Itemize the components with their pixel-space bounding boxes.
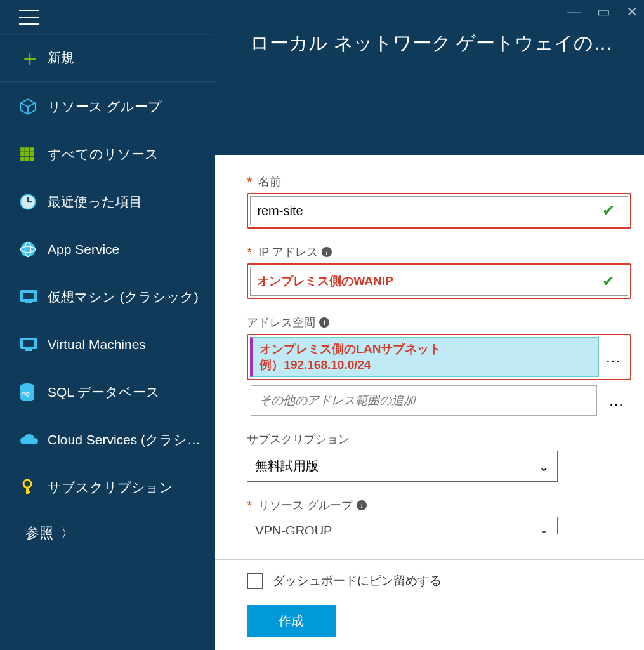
svg-rect-6	[25, 152, 30, 156]
svg-rect-9	[25, 157, 30, 161]
required-asterisk: *	[247, 175, 252, 189]
svg-point-25	[20, 396, 34, 401]
svg-rect-19	[25, 302, 32, 303]
field-subscription: サブスクリプション 無料試用版 ⌄	[247, 432, 631, 482]
sidebar-item-label: 仮想マシン (クラシック)	[48, 288, 215, 306]
field-name: * 名前 ✔	[247, 174, 631, 229]
addr-line1: オンプレミス側のLANサブネット	[260, 342, 592, 357]
info-icon[interactable]: i	[319, 317, 329, 328]
check-icon: ✔	[596, 202, 621, 220]
key-icon	[19, 479, 48, 496]
sidebar-item-vm-classic[interactable]: 仮想マシン (クラシック)	[0, 273, 215, 321]
sidebar-item-label: Cloud Services (クラシ…	[48, 431, 215, 449]
monitor-classic-icon	[19, 289, 48, 305]
footer: ダッシュボードにピン留めする 作成	[215, 559, 644, 650]
create-button[interactable]: 作成	[247, 605, 336, 637]
sidebar-top	[0, 0, 215, 35]
sidebar-item-cloud-services[interactable]: Cloud Services (クラシ…	[0, 416, 215, 463]
sidebar-item-label: 最近使った項目	[48, 193, 215, 211]
chevron-down-icon: ⌄	[539, 459, 549, 474]
svg-rect-5	[20, 152, 25, 156]
svg-rect-10	[30, 157, 34, 161]
ip-input-wrap: オンプレミス側のWANIP ✔	[247, 263, 631, 299]
svg-text:SQL: SQL	[22, 391, 33, 397]
monitor-icon	[19, 336, 48, 353]
sidebar-item-subscription[interactable]: サブスクリプション	[0, 463, 215, 511]
grid-icon	[19, 146, 48, 162]
ip-value[interactable]: オンプレミス側のWANIP	[257, 273, 596, 289]
svg-rect-8	[20, 157, 25, 161]
window-controls: — ▭ ✕	[215, 0, 644, 24]
svg-rect-18	[23, 293, 34, 299]
cloud-icon	[19, 433, 48, 447]
panel-title: ローカル ネットワーク ゲートウェイの…	[215, 24, 644, 69]
field-ip: * IP アドレス i オンプレミス側のWANIP ✔	[247, 244, 631, 299]
required-asterisk: *	[247, 245, 252, 260]
close-icon[interactable]: ✕	[626, 4, 638, 20]
plus-icon: ＋	[19, 47, 48, 69]
minimize-icon[interactable]: —	[567, 4, 581, 20]
cube-icon	[19, 98, 48, 116]
address-add-input[interactable]: その他のアドレス範囲の追加	[251, 385, 597, 416]
sidebar-item-label: SQL データベース	[48, 383, 215, 401]
subscription-label: サブスクリプション	[247, 432, 350, 447]
hamburger-icon[interactable]	[19, 10, 39, 25]
address-add-row: その他のアドレス範囲の追加 …	[247, 385, 631, 416]
check-icon: ✔	[596, 272, 621, 290]
sidebar-item-label: すべてのリソース	[48, 145, 215, 163]
database-icon: SQL	[19, 383, 48, 402]
name-input[interactable]	[257, 204, 596, 218]
form-area: * 名前 ✔ * IP アドレス i オンプレミス側のWANIP ✔	[215, 155, 644, 559]
clock-icon	[19, 193, 48, 211]
sidebar-item-new[interactable]: ＋ 新規	[0, 35, 215, 83]
sidebar-item-label: App Service	[48, 242, 215, 257]
main-panel: — ▭ ✕ ローカル ネットワーク ゲートウェイの… * 名前 ✔ * IP ア…	[215, 0, 644, 650]
sidebar-item-sql[interactable]: SQL SQL データベース	[0, 368, 215, 416]
sidebar-item-recent[interactable]: 最近使った項目	[0, 178, 215, 225]
sidebar-item-label: サブスクリプション	[48, 479, 215, 496]
sidebar-item-label: リソース グループ	[48, 98, 215, 116]
addr-line2: 例）192.168.10.0/24	[260, 357, 592, 373]
sidebar-browse[interactable]: 参照 〉	[0, 511, 215, 555]
subscription-select[interactable]: 無料試用版 ⌄	[247, 451, 558, 482]
svg-rect-4	[30, 147, 34, 152]
sidebar: ＋ 新規 リソース グループ すべてのリソース 最近使った項目 App Serv…	[0, 0, 215, 650]
sidebar-item-resource-groups[interactable]: リソース グループ	[0, 83, 215, 130]
ip-label: IP アドレス	[258, 244, 318, 260]
subscription-value: 無料試用版	[255, 458, 319, 475]
rg-value: VPN-GROUP	[255, 524, 332, 534]
pin-checkbox[interactable]	[247, 573, 263, 589]
more-icon[interactable]: …	[602, 392, 631, 409]
pin-label: ダッシュボードにピン留めする	[273, 573, 442, 589]
field-address-space: アドレス空間 i オンプレミス側のLANサブネット 例）192.168.10.0…	[247, 315, 631, 416]
svg-rect-3	[25, 147, 30, 152]
sidebar-item-all-resources[interactable]: すべてのリソース	[0, 130, 215, 178]
rg-label: リソース グループ	[258, 498, 353, 513]
browse-label: 参照	[25, 524, 53, 543]
required-asterisk: *	[247, 498, 252, 513]
chevron-right-icon: 〉	[61, 525, 74, 542]
svg-rect-29	[26, 491, 30, 493]
rg-select[interactable]: VPN-GROUP ⌄	[247, 517, 558, 534]
sidebar-new-label: 新規	[48, 49, 215, 67]
svg-rect-28	[26, 487, 29, 494]
name-label: 名前	[258, 174, 281, 189]
svg-rect-7	[30, 152, 34, 156]
maximize-icon[interactable]: ▭	[597, 4, 610, 20]
sidebar-item-virtual-machines[interactable]: Virtual Machines	[0, 321, 215, 368]
info-icon[interactable]: i	[357, 500, 367, 510]
sidebar-item-label: Virtual Machines	[48, 337, 215, 352]
svg-rect-21	[23, 340, 34, 347]
svg-rect-2	[20, 147, 25, 152]
chevron-down-icon: ⌄	[539, 521, 549, 534]
sidebar-item-app-service[interactable]: App Service	[0, 225, 215, 273]
svg-point-27	[23, 480, 31, 488]
globe-icon	[19, 241, 48, 258]
more-icon[interactable]: …	[599, 348, 628, 366]
addr-space-label: アドレス空間	[247, 315, 315, 330]
pin-checkbox-row: ダッシュボードにピン留めする	[247, 573, 631, 589]
svg-rect-22	[25, 349, 32, 351]
info-icon[interactable]: i	[322, 247, 332, 257]
name-input-wrap: ✔	[247, 193, 631, 229]
address-entry-inner[interactable]: オンプレミス側のLANサブネット 例）192.168.10.0/24	[250, 337, 599, 377]
